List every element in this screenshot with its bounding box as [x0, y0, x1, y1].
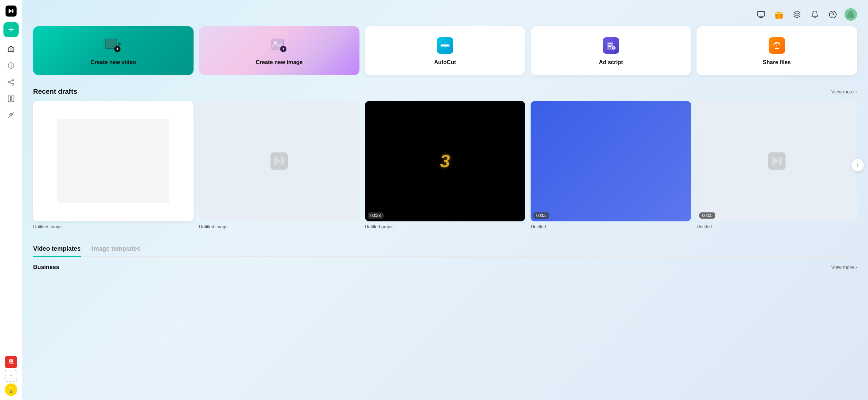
- create-image-label: Create new image: [256, 59, 303, 66]
- action-cards-row: Create new video Create new image: [33, 26, 857, 75]
- draft-blank: [57, 119, 169, 203]
- duration-badge-3: 00:05: [699, 212, 715, 219]
- sidebar-add-button[interactable]: +: [5, 370, 17, 382]
- share-files-card[interactable]: Share files: [697, 26, 857, 75]
- avatar[interactable]: [845, 8, 857, 21]
- topbar: [33, 6, 857, 26]
- golden-number: 3: [440, 151, 450, 171]
- draft-thumb-3: 3 00:28: [365, 101, 525, 221]
- business-header: Business View more ›: [33, 264, 857, 271]
- autocut-label: AutoCut: [434, 59, 456, 66]
- ad-script-label: Ad script: [599, 59, 623, 66]
- autocut-icon: [435, 36, 455, 55]
- draft-name-5: Untitled: [697, 224, 857, 229]
- chevron-right-icon-2: ›: [855, 264, 857, 270]
- ad-script-card[interactable]: Ad script: [531, 26, 691, 75]
- svg-rect-6: [12, 96, 14, 102]
- svg-rect-7: [758, 11, 765, 16]
- svg-point-14: [829, 11, 836, 18]
- draft-thumb-1: [33, 101, 194, 221]
- business-title: Business: [33, 264, 59, 271]
- draft-thumb-5: 00:05: [697, 101, 857, 221]
- adscript-icon: [601, 36, 621, 55]
- draft-name-1: Untitled image: [33, 224, 194, 229]
- duration-badge-2: 00:05: [533, 212, 549, 219]
- draft-item-3[interactable]: 3 00:28 Untitled project: [365, 101, 525, 229]
- business-view-more[interactable]: View more ›: [831, 264, 857, 270]
- svg-rect-13: [778, 12, 780, 14]
- image-create-icon: [269, 36, 289, 55]
- new-button[interactable]: [3, 22, 19, 37]
- recent-drafts-view-more[interactable]: View more ›: [831, 89, 857, 94]
- sidebar-tip-button[interactable]: 💡: [5, 383, 17, 396]
- monitor-icon[interactable]: [755, 8, 767, 21]
- draft-item-1[interactable]: Untitled image: [33, 101, 194, 229]
- bell-icon[interactable]: [809, 8, 821, 21]
- main-content: Create new video Create new image: [22, 0, 868, 400]
- sidebar-item-recent[interactable]: [3, 58, 19, 73]
- draft-name-3: Untitled project: [365, 224, 525, 229]
- stack-icon[interactable]: [791, 8, 803, 21]
- sidebar-think-button[interactable]: 思: [5, 356, 17, 368]
- svg-rect-5: [8, 96, 10, 102]
- sidebar-bottom: 思 + 💡: [5, 356, 17, 396]
- create-video-card[interactable]: Create new video: [33, 26, 194, 75]
- sidebar-item-share[interactable]: [3, 74, 19, 90]
- create-image-card[interactable]: Create new image: [199, 26, 359, 75]
- templates-tabs: Video templates Image templates: [33, 242, 857, 257]
- create-video-label: Create new video: [91, 59, 136, 66]
- tab-image-templates[interactable]: Image templates: [92, 242, 140, 257]
- draft-thumb-2: [199, 101, 359, 221]
- sidebar: 思 + 💡: [0, 0, 22, 400]
- video-create-icon: [103, 36, 123, 55]
- draft-item-2[interactable]: Untitled image: [199, 101, 359, 229]
- drafts-row: Untitled image Untitled image 3 00:28 Un…: [33, 101, 857, 229]
- chevron-right-icon: ›: [855, 89, 857, 94]
- draft-item-5[interactable]: 00:05 Untitled: [697, 101, 857, 229]
- share-files-label: Share files: [763, 59, 791, 66]
- app-logo: [4, 4, 18, 18]
- draft-thumb-4: 00:05: [531, 101, 691, 221]
- sidebar-item-home[interactable]: [3, 41, 19, 57]
- svg-point-18: [848, 11, 853, 16]
- help-icon[interactable]: [827, 8, 839, 21]
- sidebar-item-magic[interactable]: [3, 108, 19, 123]
- sidebar-item-panels[interactable]: [3, 91, 19, 106]
- draft-item-4[interactable]: 00:05 Untitled: [531, 101, 691, 229]
- gift-icon[interactable]: [773, 8, 785, 21]
- tab-video-templates[interactable]: Video templates: [33, 242, 81, 257]
- autocut-card[interactable]: AutoCut: [365, 26, 525, 75]
- draft-name-2: Untitled image: [199, 224, 359, 229]
- drafts-next-button[interactable]: ›: [851, 159, 864, 171]
- recent-drafts-title: Recent drafts: [33, 88, 77, 96]
- draft-name-4: Untitled: [531, 224, 691, 229]
- duration-badge-1: 00:28: [368, 212, 384, 219]
- recent-drafts-header: Recent drafts View more ›: [33, 88, 857, 96]
- sharefiles-icon: [767, 36, 787, 55]
